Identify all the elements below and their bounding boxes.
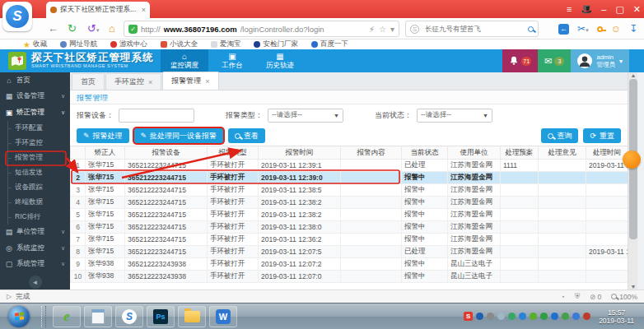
table-header-报警类型[interactable]: 报警类型: [208, 146, 259, 160]
table-header-报警内容[interactable]: 报警内容: [341, 146, 402, 160]
wps-icon[interactable]: W: [209, 306, 237, 327]
blocked-count[interactable]: ⊘ 0: [590, 293, 601, 301]
notifications-button[interactable]: 71: [502, 49, 538, 72]
sidebar-subitem-短信发送[interactable]: 短信发送: [0, 165, 70, 180]
browser-tab[interactable]: 探天下社区矫正管理系... ×: [46, 2, 150, 18]
scroll-up-icon[interactable]: ▲: [628, 72, 638, 78]
sidebar-subitem-手环监控[interactable]: 手环监控: [0, 136, 70, 151]
table-header-报警设备[interactable]: 报警设备: [125, 146, 208, 160]
smiley-icon[interactable]: ☺: [611, 23, 621, 35]
tray-icon-4[interactable]: [519, 313, 526, 320]
login-icon[interactable]: ←: [558, 24, 569, 35]
table-header-处理预案[interactable]: 处理预案: [501, 146, 539, 160]
tray-icon-6[interactable]: [540, 313, 548, 320]
table-row[interactable]: 10张华938365212223243938手环被打开2019-03-11 12…: [71, 271, 628, 283]
download-icon[interactable]: ↧: [629, 23, 637, 35]
user-menu[interactable]: admin 管理员 ▾: [571, 49, 629, 72]
scissors-icon[interactable]: ✂▾: [577, 23, 589, 35]
tray-icon-1[interactable]: [487, 313, 494, 320]
notepad-icon[interactable]: [84, 306, 112, 327]
sidebar-subitem-RIC排行[interactable]: RIC排行: [0, 210, 70, 225]
table-header-矫正人[interactable]: 矫正人: [86, 146, 125, 160]
alarm-process-button[interactable]: ✎ 报警处理: [77, 128, 129, 143]
tray-icon-10[interactable]: [583, 313, 590, 320]
table-header-处理意见[interactable]: 处理意见: [539, 146, 586, 160]
maximize-icon[interactable]: ▢: [615, 4, 623, 15]
table-header-使用单位[interactable]: 使用单位: [448, 146, 501, 160]
sidebar-item-矫正管理[interactable]: ▣矫正管理∨: [0, 104, 70, 121]
shield-plus-icon[interactable]: ⛨: [575, 292, 580, 301]
table-row[interactable]: 5张华715365212223244715手环被打开2019-03-11 12:…: [71, 209, 628, 221]
minimize-icon[interactable]: –: [601, 4, 606, 14]
table-header-当前状态[interactable]: 当前状态: [402, 146, 448, 160]
sidebar-item-首页[interactable]: ⌂首页: [0, 72, 70, 89]
start-button[interactable]: [8, 306, 30, 327]
sidebar-collapse-button[interactable]: ◄: [29, 276, 42, 289]
sidebar-item-系统管理[interactable]: ▢系统管理∨: [0, 257, 70, 273]
skin-icon[interactable]: 🎩: [581, 4, 593, 15]
zoom-control[interactable]: 100%: [611, 293, 637, 301]
ie-browser-icon[interactable]: e: [53, 306, 81, 327]
bookmark-item[interactable]: 安检门厂家: [254, 39, 298, 49]
tray-icon-5[interactable]: [530, 313, 537, 320]
scroll-down-icon[interactable]: ▼: [628, 284, 638, 290]
reset-button[interactable]: ⟳ 重置: [583, 128, 621, 143]
taskbar-clock[interactable]: 15:57 2019-03-11: [594, 308, 639, 325]
table-row[interactable]: 9张华938365212223243938手环被打开2019-03-11 12:…: [71, 258, 628, 271]
alarm-type-select[interactable]: --请选择--▼: [268, 109, 343, 123]
sidebar-item-系统监控[interactable]: ◎系统监控∨: [0, 240, 70, 257]
bookmark-item[interactable]: 爱淘宝: [211, 39, 241, 49]
bookmark-item[interactable]: 小说大全: [161, 39, 198, 49]
sidebar-subitem-终端数据[interactable]: 终端数据: [0, 195, 70, 210]
tray-icon-0[interactable]: [476, 313, 483, 320]
view-button[interactable]: 查看: [228, 128, 265, 143]
table-row[interactable]: 6张华715365212223244715手环被打开2019-03-11 12:…: [71, 221, 628, 234]
alarm-device-input[interactable]: [119, 109, 194, 123]
key-icon[interactable]: [597, 26, 603, 32]
tray-icon-7[interactable]: [551, 313, 558, 320]
table-header-报警时间[interactable]: 报警时间: [259, 146, 341, 160]
sidebar-subitem-手环配置[interactable]: 手环配置: [0, 121, 70, 136]
tray-icon-8[interactable]: [562, 313, 569, 320]
table-row[interactable]: 8张华715365212223244715手环被打开2019-03-11 12:…: [71, 246, 628, 258]
sidebar-subitem-报警管理[interactable]: 报警管理: [0, 151, 70, 165]
current-state-select[interactable]: --请选择--▼: [417, 109, 492, 123]
back-icon[interactable]: ←: [48, 21, 58, 36]
table-header-处理时间[interactable]: 处理时间: [586, 146, 628, 160]
search-input[interactable]: [423, 24, 524, 34]
folder-icon[interactable]: [178, 306, 206, 327]
nav-item-工作台[interactable]: ▣工作台: [208, 49, 256, 72]
search-box[interactable]: S: [405, 21, 539, 37]
undo-close-icon[interactable]: ↺▾: [87, 21, 99, 38]
query-button[interactable]: 查询: [541, 128, 578, 143]
bookmark-item[interactable]: 游戏中心: [110, 39, 147, 49]
gauge-icon[interactable]: ◔: [561, 293, 565, 301]
tab-close-icon[interactable]: ×: [205, 77, 209, 86]
tab-手环监控[interactable]: 手环监控×: [105, 73, 161, 90]
floating-assistant-widget[interactable]: [623, 151, 641, 169]
menu-icon[interactable]: ≡: [567, 4, 572, 14]
scrollbar[interactable]: ▲ ▼: [628, 72, 637, 290]
search-icon[interactable]: [528, 26, 534, 32]
close-icon[interactable]: ✕: [633, 4, 641, 15]
speed-icon[interactable]: ⚡: [369, 25, 375, 34]
sidebar-subitem-设备跟踪[interactable]: 设备跟踪: [0, 180, 70, 195]
bookmark-star-icon[interactable]: ☆: [379, 25, 386, 34]
refresh-icon[interactable]: ↻: [68, 21, 77, 36]
bookmark-item[interactable]: 百度一下: [311, 39, 348, 49]
batch-process-button[interactable]: ✎ 批处理同一设备报警: [134, 128, 224, 143]
tab-首页[interactable]: 首页: [72, 73, 105, 90]
table-row[interactable]: 3张华715365212223244715手环被打开2019-03-11 12:…: [71, 184, 628, 197]
360-browser-icon[interactable]: S: [115, 306, 143, 327]
tray-icon-9[interactable]: [572, 313, 580, 320]
table-row[interactable]: 1张华715365212223244715手环被打开2019-03-11 12:…: [71, 160, 628, 172]
tab-close-icon[interactable]: ×: [148, 78, 152, 86]
address-bar[interactable]: ✓ http://www.36807196.com/loginControlle…: [124, 21, 399, 37]
tray-icon-2[interactable]: [497, 313, 505, 320]
sidebar-item-设备管理[interactable]: ▦设备管理∨: [0, 89, 70, 105]
nav-item-历史轨迹[interactable]: ▦历史轨迹: [256, 49, 304, 72]
table-row[interactable]: 2张华715365212223244715手环被打开2019-03-11 12:…: [71, 172, 628, 184]
table-row[interactable]: 4张华715365212223244715手环被打开2019-03-11 12:…: [71, 197, 628, 209]
tab-报警管理[interactable]: 报警管理×: [162, 72, 218, 90]
sogou-tray-icon[interactable]: S: [464, 312, 473, 321]
